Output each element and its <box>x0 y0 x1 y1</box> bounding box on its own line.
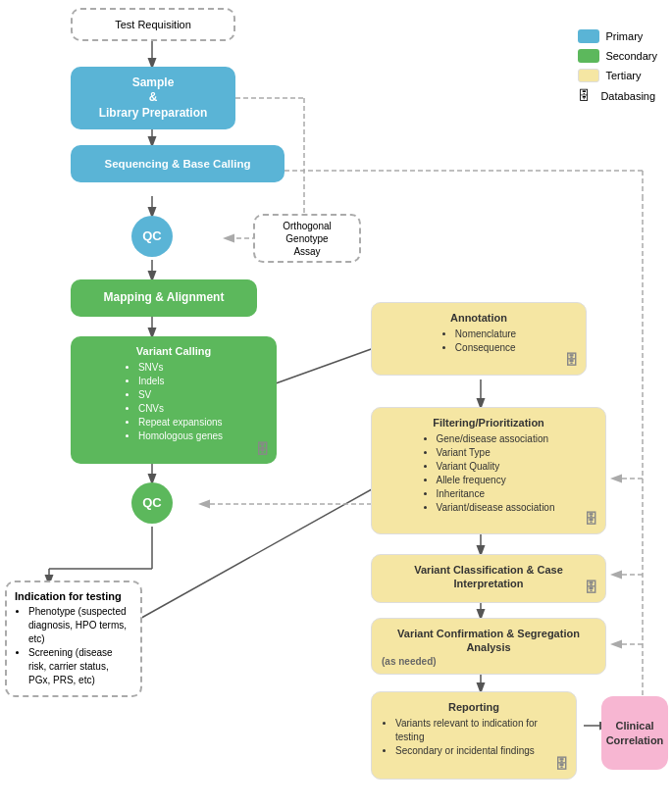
orthogonal-label: OrthogonalGenotypeAssay <box>283 220 331 258</box>
variant-cnvs: CNVs <box>138 402 223 416</box>
legend-secondary: Secondary <box>578 49 657 63</box>
orthogonal-box: OrthogonalGenotypeAssay <box>253 214 361 263</box>
sequencing-box: Sequencing & Base Calling <box>71 145 284 182</box>
confirmation-box: Variant Confirmation & Segregation Analy… <box>371 618 606 675</box>
variant-snvs: SNVs <box>138 361 223 375</box>
sequencing-label: Sequencing & Base Calling <box>105 157 251 172</box>
clinical-correlation-label: ClinicalCorrelation <box>606 719 664 747</box>
mapping-label: Mapping & Alignment <box>104 290 225 306</box>
variant-calling-box: Variant Calling SNVs Indels SV CNVs Repe… <box>71 336 277 464</box>
variant-indels: Indels <box>138 375 223 388</box>
filtering-title: Filtering/Prioritization <box>423 416 555 429</box>
filtering-content: Filtering/Prioritization Gene/disease as… <box>423 416 555 515</box>
confirmation-sub: (as needed) <box>382 655 437 668</box>
variant-repeat: Repeat expansions <box>138 416 223 429</box>
legend-secondary-box <box>578 49 599 63</box>
filtering-box: Filtering/Prioritization Gene/disease as… <box>371 407 606 534</box>
qc1-label: QC <box>142 228 162 245</box>
classification-db-icon: 🗄 <box>584 579 597 596</box>
filtering-list: Gene/disease association Variant Type Va… <box>423 432 555 515</box>
legend-databasing: 🗄 Databasing <box>578 88 657 103</box>
filter-allele: Allele frequency <box>437 474 555 487</box>
filter-type: Variant Type <box>437 446 555 460</box>
variant-calling-list: SNVs Indels SV CNVs Repeat expansions Ho… <box>125 361 223 443</box>
classification-title: Variant Classification & Case Interpreta… <box>382 563 595 591</box>
annotation-consequence: Consequence <box>455 341 516 355</box>
reporting-variants: Variants relevant to indication for test… <box>395 717 566 744</box>
svg-line-10 <box>265 343 388 387</box>
filter-quality: Variant Quality <box>437 460 555 474</box>
annotation-content: Annotation Nomenclature Consequence <box>441 311 516 355</box>
reporting-list: Variants relevant to indication for test… <box>382 717 566 758</box>
annotation-box: Annotation Nomenclature Consequence 🗄 <box>371 302 587 376</box>
indication-phenotype: Phenotype (suspected diagnosis, HPO term… <box>28 605 132 646</box>
legend-primary-label: Primary <box>605 30 643 42</box>
classification-box: Variant Classification & Case Interpreta… <box>371 554 606 603</box>
annotation-nomenclature: Nomenclature <box>455 328 516 341</box>
legend-databasing-label: Databasing <box>600 90 655 102</box>
test-requisition-box: Test Requisition <box>71 8 235 41</box>
legend-primary-box <box>578 29 599 43</box>
database-icon: 🗄 <box>578 88 591 103</box>
reporting-db-icon: 🗄 <box>554 755 568 773</box>
indication-box: Indication for testing Phenotype (suspec… <box>5 581 142 697</box>
confirmation-title: Variant Confirmation & Segregation Analy… <box>382 627 595 655</box>
variant-calling-title: Variant Calling <box>125 344 223 358</box>
indication-title: Indication for testing <box>15 590 132 602</box>
variant-db-icon: 🗄 <box>255 440 269 458</box>
indication-screening: Screening (disease risk, carrier status,… <box>28 646 132 687</box>
legend-tertiary-box <box>578 69 599 82</box>
mapping-box: Mapping & Alignment <box>71 279 257 317</box>
annotation-list: Nomenclature Consequence <box>441 328 516 355</box>
reporting-content: Reporting Variants relevant to indicatio… <box>382 700 566 758</box>
legend: Primary Secondary Tertiary 🗄 Databasing <box>578 29 657 103</box>
indication-list: Phenotype (suspected diagnosis, HPO term… <box>15 605 132 687</box>
test-requisition-label: Test Requisition <box>115 18 191 31</box>
filtering-db-icon: 🗄 <box>584 510 597 528</box>
filter-inheritance: Inheritance <box>437 487 555 501</box>
qc2-label: QC <box>142 495 162 512</box>
filter-variant-disease: Variant/disease association <box>437 501 555 515</box>
legend-tertiary: Tertiary <box>578 69 657 82</box>
sample-library-box: Sample&Library Preparation <box>71 67 235 129</box>
filter-gene: Gene/disease association <box>437 432 555 446</box>
classification-content: Variant Classification & Case Interpreta… <box>382 563 595 591</box>
legend-secondary-label: Secondary <box>605 50 657 62</box>
reporting-secondary: Secondary or incidental findings <box>395 744 566 758</box>
variant-homologous: Homologous genes <box>138 429 223 443</box>
qc1-box: QC <box>131 216 173 257</box>
diagram-container: Primary Secondary Tertiary 🗄 Databasing … <box>0 0 672 808</box>
legend-tertiary-label: Tertiary <box>605 70 641 81</box>
reporting-title: Reporting <box>382 700 566 714</box>
qc2-box: QC <box>131 482 173 524</box>
sample-library-label: Sample&Library Preparation <box>99 76 208 122</box>
legend-primary: Primary <box>578 29 657 43</box>
variant-calling-content: Variant Calling SNVs Indels SV CNVs Repe… <box>125 344 223 443</box>
clinical-correlation-box: ClinicalCorrelation <box>601 696 668 770</box>
reporting-box: Reporting Variants relevant to indicatio… <box>371 691 577 780</box>
annotation-db-icon: 🗄 <box>564 351 578 369</box>
variant-sv: SV <box>138 388 223 402</box>
annotation-title: Annotation <box>441 311 516 325</box>
